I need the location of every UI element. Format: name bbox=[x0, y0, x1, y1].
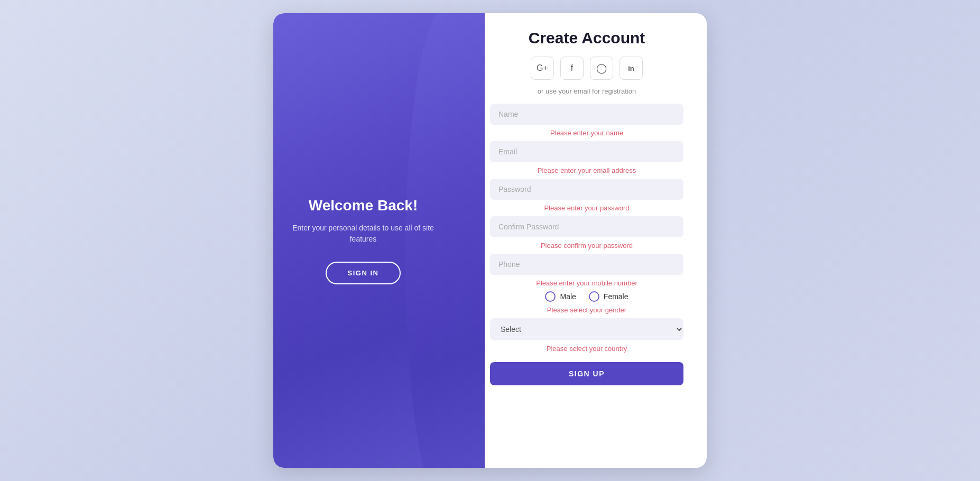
password-error: Please enter your password bbox=[490, 204, 683, 212]
email-field-group bbox=[490, 141, 683, 162]
name-input[interactable] bbox=[490, 104, 683, 125]
main-card: Welcome Back! Enter your personal detail… bbox=[273, 13, 707, 468]
confirm-password-error: Please confirm your password bbox=[490, 242, 683, 249]
password-field-group bbox=[490, 179, 683, 200]
country-field-group: Select bbox=[490, 318, 683, 340]
gender-row: Male Female bbox=[490, 291, 683, 302]
password-input[interactable] bbox=[490, 179, 683, 200]
female-label: Female bbox=[604, 292, 628, 301]
google-plus-icon: G+ bbox=[537, 63, 548, 73]
page-title: Create Account bbox=[529, 29, 645, 47]
phone-field-group bbox=[490, 254, 683, 275]
or-text: or use your email for registration bbox=[538, 87, 636, 95]
male-label: Male bbox=[560, 292, 576, 301]
gender-female-option[interactable]: Female bbox=[589, 291, 628, 302]
sign-in-button[interactable]: SIGN IN bbox=[326, 262, 401, 284]
confirm-password-field-group bbox=[490, 216, 683, 237]
email-input[interactable] bbox=[490, 141, 683, 162]
facebook-button[interactable]: f bbox=[560, 57, 584, 80]
github-icon: ◯ bbox=[596, 62, 607, 74]
phone-error: Please enter your mobile number bbox=[490, 279, 683, 287]
social-icons-row: G+ f ◯ in bbox=[531, 57, 643, 80]
country-error: Please select your country bbox=[490, 345, 683, 353]
github-button[interactable]: ◯ bbox=[590, 57, 613, 80]
linkedin-button[interactable]: in bbox=[620, 57, 643, 80]
linkedin-icon: in bbox=[628, 64, 634, 72]
right-panel: Create Account G+ f ◯ in or use your ema… bbox=[453, 13, 707, 468]
gender-error: Please select your gender bbox=[490, 306, 683, 314]
signup-button[interactable]: SIGN UP bbox=[490, 362, 683, 385]
google-plus-button[interactable]: G+ bbox=[531, 57, 554, 80]
phone-input[interactable] bbox=[490, 254, 683, 275]
welcome-subtitle: Enter your personal details to use all o… bbox=[292, 223, 434, 245]
facebook-icon: f bbox=[571, 63, 573, 73]
name-field-group bbox=[490, 104, 683, 125]
confirm-password-input[interactable] bbox=[490, 216, 683, 237]
email-error: Please enter your email address bbox=[490, 166, 683, 174]
country-select[interactable]: Select bbox=[490, 318, 683, 340]
left-panel: Welcome Back! Enter your personal detail… bbox=[273, 13, 453, 468]
gender-male-option[interactable]: Male bbox=[545, 291, 576, 302]
female-radio[interactable] bbox=[589, 291, 599, 302]
welcome-title: Welcome Back! bbox=[309, 197, 418, 214]
male-radio[interactable] bbox=[545, 291, 556, 302]
name-error: Please enter your name bbox=[490, 129, 683, 137]
